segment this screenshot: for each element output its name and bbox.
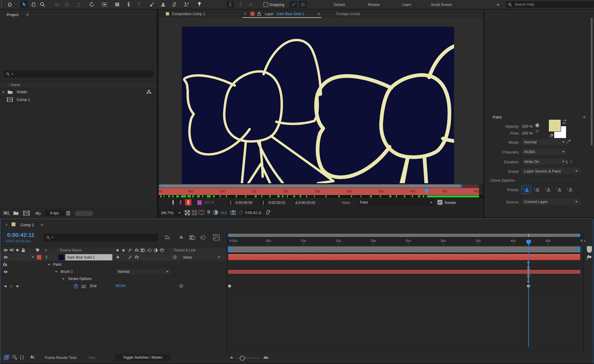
- viewer-time-ruler[interactable]: 0:00s05s10s15s20s25s30s35s40s45s50s: [159, 188, 483, 195]
- expression-graph-icon[interactable]: [82, 284, 86, 288]
- expand-render-time-icon[interactable]: [29, 355, 35, 360]
- alpha-toggle[interactable]: [170, 199, 176, 205]
- viewer-time-scrollbar[interactable]: [159, 184, 483, 188]
- in-point-button[interactable]: {: [228, 199, 234, 206]
- render-checkbox[interactable]: ✓: [437, 200, 442, 205]
- scrollbar-left-cap[interactable]: [228, 234, 231, 237]
- show-snapshot-icon[interactable]: [238, 210, 243, 215]
- swap-colors-icon[interactable]: [562, 119, 567, 124]
- transparency-grid-icon[interactable]: [185, 210, 190, 215]
- flowchart-icon[interactable]: [146, 90, 151, 94]
- expander-icon[interactable]: [3, 91, 4, 93]
- layer-label-color[interactable]: [37, 255, 41, 259]
- duration-dropdown[interactable]: Write On: [522, 158, 567, 165]
- brush-tool-icon[interactable]: [148, 1, 156, 8]
- snapshot-camera-icon[interactable]: [231, 210, 236, 215]
- sidebar-scrollbar[interactable]: [591, 18, 593, 145]
- orbit-camera-icon[interactable]: [53, 1, 61, 8]
- timeline-scrollbar[interactable]: [227, 234, 584, 237]
- trash-icon[interactable]: [66, 211, 70, 216]
- exposure-offset-value[interactable]: +0,0: [220, 211, 227, 215]
- brush-mode-dropdown[interactable]: Normal: [116, 269, 171, 275]
- roto-brush-tool-icon[interactable]: [182, 1, 190, 8]
- brush-expander-icon[interactable]: [55, 271, 57, 273]
- stopwatch-icon[interactable]: [73, 284, 78, 289]
- rectangle-tool-icon[interactable]: [114, 1, 121, 8]
- erase-dropdown[interactable]: Layer Source & Paint: [522, 168, 580, 174]
- project-item-label[interactable]: Solids: [17, 90, 27, 94]
- snapping-label[interactable]: Snapping: [269, 3, 284, 7]
- expand-in-out-columns-icon[interactable]: { }: [20, 355, 24, 360]
- zoom-out-mountain-icon[interactable]: [230, 356, 234, 359]
- parent-link-column-header[interactable]: Parent & Link: [174, 248, 196, 252]
- viewer-playhead-icon[interactable]: [424, 189, 429, 195]
- overlay-color-swatch[interactable]: [197, 200, 202, 205]
- interpret-footage-icon[interactable]: [4, 211, 10, 216]
- project-footer-scrollbar[interactable]: [75, 211, 93, 216]
- clone-preset-5-button[interactable]: [565, 185, 574, 193]
- eye-icon[interactable]: [3, 270, 8, 273]
- brush-label[interactable]: Brush 1: [61, 270, 73, 274]
- quality-toggle-icon[interactable]: [128, 255, 132, 259]
- clone-preset-4-button[interactable]: [554, 185, 563, 193]
- composition-mini-flowchart-icon[interactable]: [164, 235, 170, 240]
- pickwhip-icon[interactable]: @: [173, 255, 177, 259]
- clone-preset-2-button[interactable]: [532, 185, 541, 193]
- add-keyframe-button[interactable]: ◇: [10, 284, 12, 288]
- stroke-expander-icon[interactable]: [62, 278, 64, 280]
- playhead-line[interactable]: [528, 240, 529, 347]
- eyedropper-icon[interactable]: [566, 139, 571, 144]
- shy-layers-icon[interactable]: [179, 235, 184, 240]
- expand-layer-switches-icon[interactable]: [12, 355, 17, 360]
- alpha-boundary-toggle[interactable]: [177, 199, 184, 205]
- motion-blur-icon[interactable]: [200, 235, 206, 240]
- layer-tab-close-button[interactable]: x: [244, 12, 246, 16]
- color-depth-meteor-icon[interactable]: [34, 211, 41, 216]
- view-axis-mode-icon[interactable]: [247, 1, 254, 8]
- out-point-timecode[interactable]: 0:00:53:01: [269, 201, 286, 205]
- lock-icon[interactable]: [257, 12, 261, 16]
- world-axis-mode-icon[interactable]: [237, 1, 245, 8]
- scrollbar-right-cap[interactable]: [459, 184, 462, 188]
- clone-preset-1-button[interactable]: [521, 185, 531, 194]
- snap-along-edges-icon[interactable]: [289, 1, 297, 8]
- source-name-column-header[interactable]: Source Name: [60, 248, 81, 252]
- selection-tool-icon[interactable]: [20, 1, 28, 8]
- effect-group-row[interactable]: fx Paint: [0, 261, 227, 268]
- foreground-color-swatch[interactable]: [549, 119, 561, 132]
- overlay-opacity-value[interactable]: 100 %: [204, 200, 214, 205]
- layer-duration-bar[interactable]: [228, 254, 580, 260]
- home-icon[interactable]: [6, 1, 14, 8]
- project-search-input[interactable]: [4, 71, 153, 77]
- shy-toggle-icon[interactable]: [116, 255, 120, 259]
- opacity-value[interactable]: 100 %: [522, 124, 533, 129]
- brush-row[interactable]: Brush 1 Normal: [0, 268, 227, 275]
- paint-panel-menu-icon[interactable]: ≡: [583, 114, 586, 119]
- snapping-checkbox[interactable]: [264, 2, 268, 7]
- tab-layer-name[interactable]: Dark Blue Solid 1: [277, 12, 304, 16]
- help-search-input[interactable]: Search Help: [506, 1, 594, 8]
- toggle-switches-modes-button[interactable]: Toggle Switches / Modes: [115, 354, 170, 361]
- layer-row[interactable]: 1 Dark Blue Solid 1 fx @ None: [0, 254, 227, 261]
- project-bpc-button[interactable]: 8 bpc: [44, 210, 65, 216]
- tab-composition[interactable]: Composition Comp 1: [172, 12, 205, 16]
- viewer-pasteboard[interactable]: [159, 18, 483, 193]
- snap-beyond-edges-icon[interactable]: [299, 1, 307, 8]
- zoom-in-mountain-icon[interactable]: [263, 355, 269, 359]
- paint-panel-title[interactable]: Paint: [493, 115, 502, 119]
- source-dropdown[interactable]: Current Layer: [522, 198, 580, 205]
- layer-tab-menu-icon[interactable]: ≡: [317, 11, 320, 16]
- project-row-comp1[interactable]: Comp 1: [0, 96, 157, 104]
- duration-frames-value[interactable]: 1: [566, 160, 568, 164]
- duration-delta[interactable]: Δ 0:00:53:02: [295, 201, 315, 205]
- project-panel-title[interactable]: Project: [7, 12, 18, 17]
- layer-expander-icon[interactable]: [32, 257, 34, 258]
- puppet-pin-tool-icon[interactable]: [196, 1, 203, 8]
- eraser-tool-icon[interactable]: [171, 1, 178, 8]
- type-tool-icon[interactable]: T: [135, 1, 143, 8]
- safe-margins-icon[interactable]: [199, 210, 204, 215]
- workspace-tab-default[interactable]: Default: [334, 3, 345, 7]
- view-dropdown[interactable]: Paint: [357, 199, 435, 206]
- work-area-start-handle[interactable]: [228, 246, 231, 252]
- zoom-tool-icon[interactable]: [39, 1, 46, 8]
